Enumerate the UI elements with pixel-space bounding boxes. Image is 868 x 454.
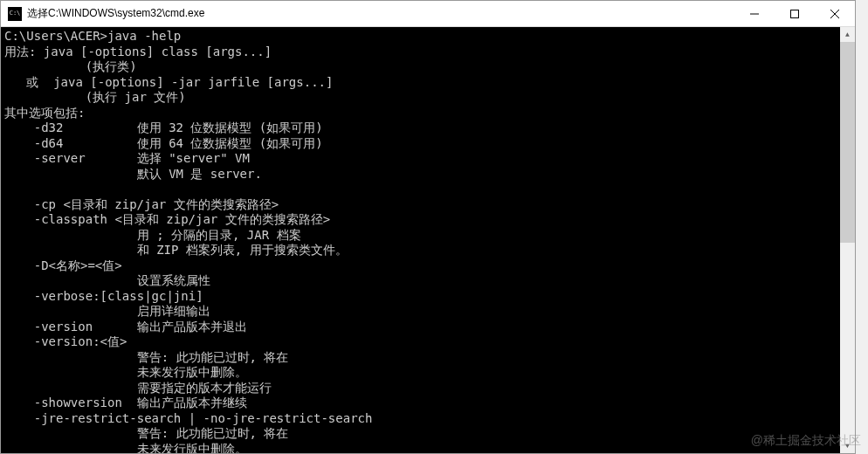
terminal-area: C:\Users\ACER>java -help 用法: java [-opti…: [1, 27, 855, 453]
close-button[interactable]: [815, 1, 855, 26]
window-controls: [734, 1, 855, 26]
minimize-button[interactable]: [734, 1, 775, 26]
scroll-down-button[interactable]: ▼: [840, 438, 855, 453]
titlebar[interactable]: 选择C:\WINDOWS\system32\cmd.exe: [1, 1, 855, 27]
scroll-up-button[interactable]: ▲: [840, 27, 855, 42]
cmd-window: 选择C:\WINDOWS\system32\cmd.exe C:\Users\A…: [0, 0, 856, 454]
cmd-icon: [8, 7, 22, 21]
terminal-output[interactable]: C:\Users\ACER>java -help 用法: java [-opti…: [1, 27, 840, 453]
maximize-button[interactable]: [775, 1, 815, 26]
vertical-scrollbar[interactable]: ▲ ▼: [840, 27, 855, 453]
svg-rect-1: [791, 10, 799, 17]
scroll-thumb[interactable]: [840, 42, 855, 243]
window-title: 选择C:\WINDOWS\system32\cmd.exe: [27, 6, 734, 21]
